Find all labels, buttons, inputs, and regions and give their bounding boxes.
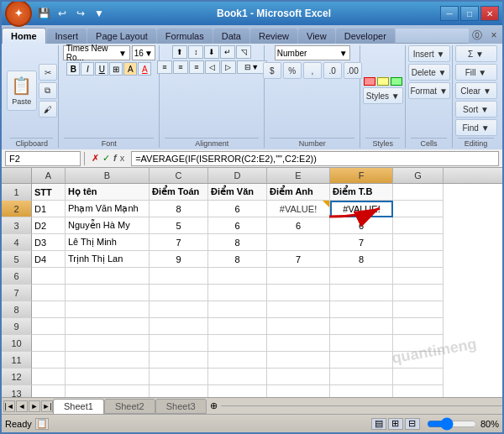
- align-middle-btn[interactable]: ↕: [188, 45, 203, 59]
- cut-button[interactable]: ✂: [39, 64, 57, 81]
- ribbon-help-btn[interactable]: ⓪: [469, 27, 486, 44]
- row-header-3[interactable]: 3: [2, 217, 32, 234]
- italic-button[interactable]: I: [81, 62, 94, 76]
- sheet-nav-last[interactable]: ►|: [41, 400, 53, 412]
- bold-button[interactable]: B: [66, 62, 80, 76]
- cell-f7[interactable]: [330, 285, 393, 301]
- border-button[interactable]: ⊞: [109, 62, 123, 76]
- sum-btn[interactable]: Σ ▼: [455, 45, 497, 62]
- decrease-indent-btn[interactable]: ◁: [205, 60, 220, 74]
- sheet-tab-sheet2[interactable]: Sheet2: [104, 399, 155, 414]
- row-header-2[interactable]: 2: [2, 201, 32, 217]
- cell-g8[interactable]: [393, 301, 444, 318]
- align-top-btn[interactable]: ⬆: [172, 45, 187, 59]
- redo-quick-btn[interactable]: ↪: [72, 5, 89, 22]
- cell-a3[interactable]: D2: [32, 217, 66, 234]
- row-header-6[interactable]: 6: [2, 268, 32, 285]
- fill-btn[interactable]: Fill ▼: [455, 64, 497, 81]
- cell-e4[interactable]: [267, 234, 330, 251]
- cell-e8[interactable]: [267, 301, 330, 318]
- cell-b3[interactable]: Nguyễn Hà My: [66, 217, 150, 234]
- increase-decimal-btn[interactable]: .00: [344, 62, 362, 79]
- cell-f6[interactable]: [330, 268, 393, 285]
- tab-formulas[interactable]: Formulas: [157, 29, 213, 44]
- cell-b6[interactable]: [66, 268, 150, 285]
- cell-a4[interactable]: D3: [32, 234, 66, 251]
- clear-btn[interactable]: Clear ▼: [455, 82, 497, 99]
- cell-d8[interactable]: [208, 301, 267, 318]
- percent-btn[interactable]: %: [283, 62, 302, 79]
- cell-c1[interactable]: Điểm Toán: [150, 184, 208, 201]
- insert-function-icon[interactable]: f: [113, 153, 117, 164]
- cell-c6[interactable]: [150, 268, 208, 285]
- close-btn[interactable]: ✕: [480, 6, 499, 21]
- cell-g6[interactable]: [393, 268, 444, 285]
- cell-a6[interactable]: [32, 268, 66, 285]
- cell-f5[interactable]: 8: [330, 251, 393, 268]
- cell-c7[interactable]: [150, 285, 208, 301]
- cell-g10[interactable]: [393, 335, 444, 352]
- cell-g2[interactable]: [393, 201, 444, 217]
- cell-f4[interactable]: 7: [330, 234, 393, 251]
- increase-indent-btn[interactable]: ▷: [221, 60, 236, 74]
- row-header-5[interactable]: 5: [2, 251, 32, 268]
- cell-b5[interactable]: Trịnh Thị Lan: [66, 251, 150, 268]
- cell-a9[interactable]: [32, 318, 66, 335]
- tab-page-layout[interactable]: Page Layout: [87, 29, 156, 44]
- undo-quick-btn[interactable]: ↩: [54, 5, 71, 22]
- row-header-11[interactable]: 11: [2, 352, 32, 369]
- col-header-d[interactable]: D: [208, 168, 267, 183]
- restore-btn[interactable]: □: [460, 6, 479, 21]
- cell-d10[interactable]: [208, 335, 267, 352]
- styles-dropdown[interactable]: Styles ▼: [363, 87, 403, 104]
- cell-e12[interactable]: [267, 369, 330, 385]
- fill-color-button[interactable]: A: [123, 62, 137, 76]
- cell-b1[interactable]: Họ tên: [66, 184, 150, 201]
- cell-f12[interactable]: [330, 369, 393, 385]
- col-header-f[interactable]: F: [330, 168, 393, 183]
- col-header-g[interactable]: G: [393, 168, 444, 183]
- cell-g12[interactable]: [393, 369, 444, 385]
- cell-f11[interactable]: [330, 352, 393, 369]
- find-select-btn[interactable]: Find ▼: [455, 119, 497, 136]
- cell-d7[interactable]: [208, 285, 267, 301]
- cell-b2[interactable]: Phạm Văn Mạnh: [66, 201, 150, 217]
- copy-button[interactable]: ⧉: [39, 82, 57, 99]
- delete-cells-btn[interactable]: Delete ▼: [408, 64, 450, 81]
- cell-e2[interactable]: #VALUE!: [267, 201, 330, 217]
- cell-e1[interactable]: Điểm Anh: [267, 184, 330, 201]
- cell-e9[interactable]: [267, 318, 330, 335]
- cell-g9[interactable]: [393, 318, 444, 335]
- sheet-tab-sheet3[interactable]: Sheet3: [155, 399, 207, 414]
- number-format-dropdown[interactable]: Number ▼: [275, 45, 350, 60]
- cell-e11[interactable]: [267, 352, 330, 369]
- comma-btn[interactable]: ,: [303, 62, 322, 79]
- cell-g3[interactable]: [393, 217, 444, 234]
- col-header-c[interactable]: C: [150, 168, 208, 183]
- decrease-decimal-btn[interactable]: .0: [323, 62, 342, 79]
- cell-g4[interactable]: [393, 234, 444, 251]
- format-cells-btn[interactable]: Format ▼: [408, 82, 450, 99]
- cell-d3[interactable]: 6: [208, 217, 267, 234]
- tab-data[interactable]: Data: [213, 29, 249, 44]
- formula-input[interactable]: =AVERAGE(IF(ISERROR(C2:E2),"",C2:E2)): [131, 151, 499, 166]
- cell-f3[interactable]: 6: [330, 217, 393, 234]
- save-quick-btn[interactable]: 💾: [35, 5, 52, 22]
- cell-a10[interactable]: [32, 335, 66, 352]
- font-name-dropdown[interactable]: Times New Ro...▼: [63, 45, 130, 60]
- tab-view[interactable]: View: [298, 29, 335, 44]
- confirm-formula-icon[interactable]: ✓: [102, 153, 110, 164]
- cell-f8[interactable]: [330, 301, 393, 318]
- orientation-btn[interactable]: ◹: [236, 45, 251, 59]
- align-bottom-btn[interactable]: ⬇: [204, 45, 219, 59]
- ribbon-collapse-btn[interactable]: ×: [486, 27, 502, 44]
- cell-c3[interactable]: 5: [150, 217, 208, 234]
- align-center-btn[interactable]: ≡: [173, 60, 188, 74]
- align-left-btn[interactable]: ≡: [157, 60, 172, 74]
- wrap-text-btn[interactable]: ↵: [220, 45, 235, 59]
- col-header-a[interactable]: A: [32, 168, 66, 183]
- cell-c11[interactable]: [150, 352, 208, 369]
- cell-b10[interactable]: [66, 335, 150, 352]
- paste-button[interactable]: 📋 Paste: [7, 71, 37, 111]
- row-header-10[interactable]: 10: [2, 335, 32, 352]
